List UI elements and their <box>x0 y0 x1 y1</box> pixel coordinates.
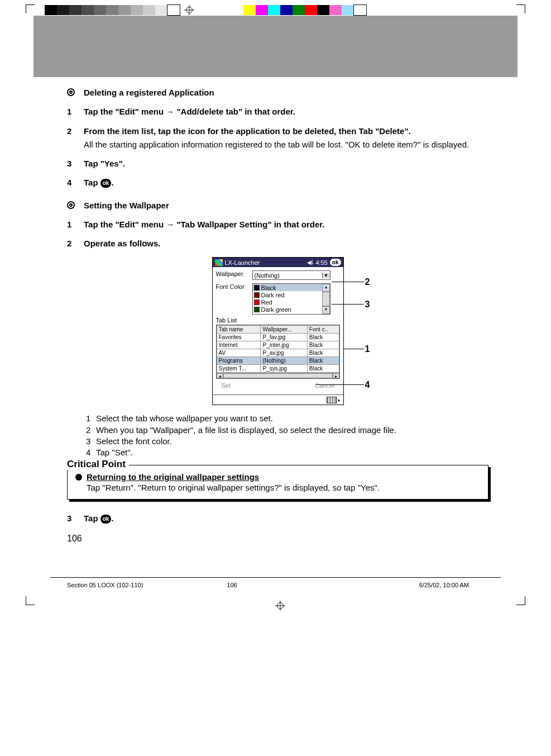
table-row[interactable]: AVP_av.jpgBlack <box>217 349 339 357</box>
callout-1: 1 <box>365 344 370 354</box>
crop-mark-br <box>516 596 525 605</box>
leader-line <box>332 282 364 282</box>
table-row[interactable]: System T...P_sys.jpgBlack <box>217 365 339 373</box>
critical-item-heading: Returning to the original wallpaper sett… <box>87 472 380 482</box>
clock: 4:55 <box>315 259 327 266</box>
tab-list-grid[interactable]: Tab nameWallpaper...Font c..FavoritesP_f… <box>216 325 340 379</box>
cancel-button[interactable]: Cancel <box>315 382 334 389</box>
registration-mark-icon <box>184 5 194 15</box>
text: . <box>111 178 113 187</box>
double-circle-icon <box>67 201 75 209</box>
volume-icon: ◀ἰ <box>307 259 313 265</box>
registration-mark-icon <box>275 601 285 611</box>
step-number: 1 <box>67 106 84 117</box>
leader-line <box>316 384 364 385</box>
footer-rule <box>50 577 501 578</box>
text: . <box>111 513 113 523</box>
critical-point-box: Critical Point Returning to the original… <box>67 465 488 500</box>
critical-item-body: Tap "Return". "Return to original wallpa… <box>87 483 380 492</box>
chevron-up-icon[interactable]: ▴ <box>338 397 340 402</box>
crop-mark-tl <box>26 4 35 13</box>
fontcolor-label: Font Color <box>216 283 251 290</box>
delete-step2-body: All the starting application information… <box>84 139 488 150</box>
step-number: 2 <box>67 238 84 249</box>
table-row[interactable]: InternetP_inter.jpgBlack <box>217 341 339 349</box>
wallpaper-step3: Tap ok. <box>84 513 488 524</box>
chevron-down-icon[interactable]: ▼ <box>322 273 330 278</box>
substep-num: 4 <box>86 447 96 458</box>
pda-screen: LX-Launcher ◀ἰ 4:55 ok Wallpaper (Nothin… <box>212 257 344 405</box>
footer-right: 6/25/02, 10:00 AM <box>419 582 469 588</box>
footer-left: Section 05 LOOX (102-110) <box>67 582 143 588</box>
tablist-label: Tab List <box>216 317 340 324</box>
step-number: 1 <box>67 219 84 230</box>
leader-line <box>332 304 364 305</box>
substep-num: 2 <box>86 425 96 436</box>
color-option[interactable]: Dark green <box>253 306 330 313</box>
callout-2: 2 <box>365 277 370 287</box>
critical-point-title: Critical Point <box>67 459 129 470</box>
ok-icon: ok <box>100 179 112 188</box>
grayscale-swatches <box>45 5 180 15</box>
ok-icon: ok <box>100 515 112 524</box>
step-number: 3 <box>67 513 84 524</box>
callout-3: 3 <box>365 299 370 310</box>
color-swatches <box>243 5 366 15</box>
wallpaper-label: Wallpaper <box>216 270 251 277</box>
wallpaper-dropdown[interactable]: (Nothing) ▼ <box>252 270 330 280</box>
sip-bar: ▴ <box>213 394 343 405</box>
substep-num: 3 <box>86 436 96 447</box>
set-button[interactable]: Set <box>222 382 231 389</box>
substep-num: 1 <box>86 413 96 424</box>
callout-4: 4 <box>365 380 370 390</box>
app-title: LX-Launcher <box>225 259 260 266</box>
substep-4: Tap "Set". <box>96 447 133 458</box>
fontcolor-listbox[interactable]: BlackDark redRedDark green▴▾ <box>252 283 330 315</box>
delete-step1: Tap the "Edit" menu → "Add/delete tab" i… <box>84 106 488 117</box>
substep-1: Select the tab whose wallpaper you want … <box>96 413 273 424</box>
h-scrollbar[interactable]: ◂▸ <box>217 373 339 378</box>
page-content: Deleting a registered Application 1 Tap … <box>67 87 488 525</box>
heading-wallpaper: Setting the Wallpaper <box>84 200 488 211</box>
page-number: 106 <box>67 534 551 544</box>
double-circle-icon <box>67 88 75 96</box>
leader-line <box>344 349 364 349</box>
footer-mid: 106 <box>227 582 237 588</box>
wallpaper-step1: Tap the "Edit" menu → "Tab Wallpaper Set… <box>84 219 488 230</box>
step-number: 3 <box>67 158 84 169</box>
step-number: 2 <box>67 126 84 151</box>
column-header[interactable]: Font c.. <box>307 326 339 334</box>
color-option[interactable]: Dark red <box>253 291 330 298</box>
bullet-icon <box>75 474 82 481</box>
column-header[interactable]: Tab name <box>217 326 261 334</box>
substep-3: Select the font color. <box>96 436 172 447</box>
heading-delete-app: Deleting a registered Application <box>84 87 488 98</box>
titlebar: LX-Launcher ◀ἰ 4:55 ok <box>213 258 343 267</box>
crop-mark-bl <box>26 596 35 605</box>
delete-step2-head: From the item list, tap the icon for the… <box>84 126 488 137</box>
dropdown-value: (Nothing) <box>253 272 322 279</box>
column-header[interactable]: Wallpaper... <box>261 326 307 334</box>
figure-substeps: 1Select the tab whose wallpaper you want… <box>86 413 488 458</box>
wallpaper-step2: Operate as follows. <box>84 238 488 249</box>
text: Tap <box>84 513 100 523</box>
text: Tap <box>84 178 100 187</box>
screenshot-figure: LX-Launcher ◀ἰ 4:55 ok Wallpaper (Nothin… <box>212 257 344 405</box>
color-option[interactable]: Black <box>253 284 330 291</box>
table-row[interactable]: Programs(Nothing)Black <box>217 357 339 365</box>
crop-mark-tr <box>516 4 525 13</box>
ok-button[interactable]: ok <box>330 259 341 266</box>
step-number: 4 <box>67 177 84 188</box>
table-row[interactable]: FavoritesP_fav.jpgBlack <box>217 334 339 341</box>
substep-2: When you tap "Wallpaper", a file list is… <box>96 425 396 436</box>
scrollbar[interactable]: ▴▾ <box>322 284 330 314</box>
delete-step3: Tap "Yes". <box>84 158 488 169</box>
color-option[interactable]: Red <box>253 298 330 306</box>
keyboard-icon[interactable] <box>327 397 337 403</box>
registration-bar-top <box>0 4 551 16</box>
footer: Section 05 LOOX (102-110) 106 6/25/02, 1… <box>0 577 551 611</box>
windows-flag-icon <box>215 259 223 266</box>
header-banner <box>33 16 518 77</box>
delete-step4: Tap ok. <box>84 177 488 188</box>
